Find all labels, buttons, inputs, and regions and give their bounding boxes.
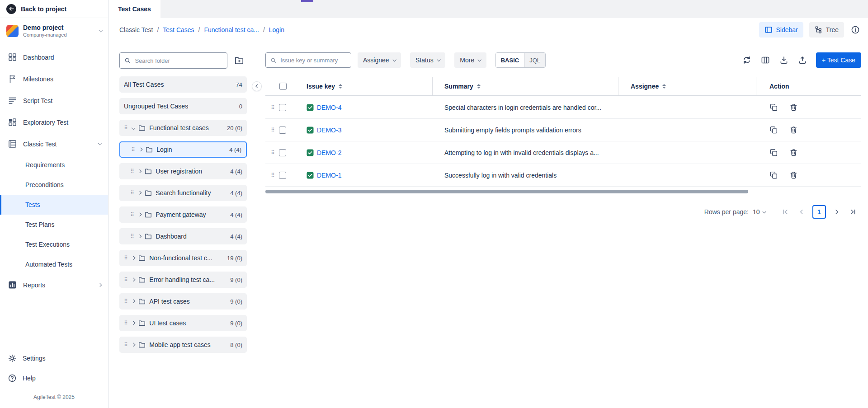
assignee-filter-dropdown[interactable]: Assignee <box>358 52 401 68</box>
sort-icon[interactable] <box>662 84 666 89</box>
refresh-button[interactable] <box>742 55 752 65</box>
folder-search-functionality[interactable]: ⠿ Search functionality 4 (4) <box>119 185 247 201</box>
folder-ungrouped-test-cases[interactable]: Ungrouped Test Cases 0 <box>119 98 247 114</box>
folder-dashboard[interactable]: ⠿ Dashboard 4 (4) <box>119 228 247 244</box>
info-icon[interactable] <box>850 24 861 35</box>
create-test-case-button[interactable]: + Test Case <box>816 52 861 68</box>
prev-page-button[interactable] <box>795 205 808 219</box>
sidebar-item-test-executions[interactable]: Test Executions <box>0 234 108 254</box>
issue-search-input[interactable] <box>279 56 346 64</box>
status-filter-dropdown[interactable]: Status <box>410 52 445 68</box>
sidebar-item-automated-tests[interactable]: Automated Tests <box>0 254 108 274</box>
drag-handle-icon[interactable]: ⠿ <box>124 342 128 347</box>
sidebar-view-button[interactable]: Sidebar <box>759 22 803 38</box>
chevron-right-icon[interactable] <box>132 343 135 347</box>
row-checkbox[interactable] <box>279 104 286 111</box>
folder-non-functional-test-cases[interactable]: ⠿ Non-functional test c... 19 (0) <box>119 250 247 266</box>
folder-functional-test-cases[interactable]: ⠿ Functional test cases 20 (0) <box>119 120 247 136</box>
sidebar-item-dashboard[interactable]: Dashboard <box>0 47 108 68</box>
drag-handle-icon[interactable]: ⠿ <box>130 169 134 174</box>
folder-api-test-cases[interactable]: ⠿ API test cases 9 (0) <box>119 293 247 310</box>
chevron-right-icon[interactable] <box>138 234 142 238</box>
drag-handle-icon[interactable]: ⠿ <box>271 173 275 178</box>
jql-mode-button[interactable]: JQL <box>524 53 545 67</box>
drag-handle-icon[interactable]: ⠿ <box>130 190 134 196</box>
last-page-button[interactable] <box>846 205 860 219</box>
column-header-summary[interactable]: Summary <box>433 77 618 95</box>
chevron-right-icon[interactable] <box>132 321 135 325</box>
delete-button[interactable] <box>788 125 798 135</box>
sidebar-item-script-test[interactable]: Script Test <box>0 90 108 112</box>
sidebar-item-reports[interactable]: Reports <box>0 274 108 296</box>
issue-key-link[interactable]: DEMO-1 <box>317 172 341 179</box>
tree-view-button[interactable]: Tree <box>809 22 844 38</box>
sidebar-item-milestones[interactable]: Milestones <box>0 68 108 90</box>
delete-button[interactable] <box>788 148 798 158</box>
clone-button[interactable] <box>769 170 778 180</box>
sidebar-item-tests[interactable]: Tests <box>0 195 108 215</box>
drag-handle-icon[interactable]: ⠿ <box>271 127 275 133</box>
chevron-right-icon[interactable] <box>139 148 142 151</box>
chevron-right-icon[interactable] <box>138 191 142 195</box>
sidebar-item-classic-test[interactable]: Classic Test <box>0 133 108 155</box>
rows-per-page-select[interactable]: 10 <box>753 208 765 216</box>
breadcrumb-item[interactable]: Test Cases <box>163 26 194 33</box>
issue-key-link[interactable]: DEMO-2 <box>317 149 341 156</box>
drag-handle-icon[interactable]: ⠿ <box>130 234 134 239</box>
drag-handle-icon[interactable]: ⠿ <box>124 277 128 282</box>
first-page-button[interactable] <box>778 205 792 219</box>
sort-icon[interactable] <box>477 84 481 89</box>
columns-button[interactable] <box>760 55 770 65</box>
clone-button[interactable] <box>769 103 778 113</box>
tab-test-cases[interactable]: Test Cases <box>108 0 160 18</box>
sidebar-item-preconditions[interactable]: Preconditions <box>0 175 108 195</box>
folder-ui-test-cases[interactable]: ⠿ UI test cases 9 (0) <box>119 315 247 331</box>
chevron-right-icon[interactable] <box>138 169 142 173</box>
chevron-down-icon[interactable] <box>132 126 135 130</box>
drag-handle-icon[interactable]: ⠿ <box>271 105 275 110</box>
chevron-right-icon[interactable] <box>138 213 142 216</box>
clone-button[interactable] <box>769 125 778 135</box>
row-checkbox[interactable] <box>279 172 286 179</box>
sidebar-item-exploratory-test[interactable]: Exploratory Test <box>0 112 108 133</box>
chevron-right-icon[interactable] <box>132 278 135 281</box>
drag-handle-icon[interactable]: ⠿ <box>124 299 128 304</box>
delete-button[interactable] <box>788 103 798 113</box>
folder-login[interactable]: ⠿ Login 4 (4) <box>119 141 247 158</box>
delete-button[interactable] <box>788 170 798 180</box>
scrollbar-thumb[interactable] <box>265 190 748 193</box>
folder-mobile-app-test-cases[interactable]: ⠿ Mobile app test cases 8 (0) <box>119 337 247 353</box>
row-checkbox[interactable] <box>279 127 286 134</box>
drag-handle-icon[interactable]: ⠿ <box>124 255 128 261</box>
breadcrumb-item[interactable]: Classic Test <box>119 26 153 33</box>
folder-all-test-cases[interactable]: All Test Cases 74 <box>119 76 247 93</box>
chevron-right-icon[interactable] <box>132 256 135 260</box>
select-all-checkbox[interactable] <box>279 83 287 90</box>
export-button[interactable] <box>779 55 789 65</box>
drag-handle-icon[interactable]: ⠿ <box>124 125 128 131</box>
row-checkbox[interactable] <box>279 149 286 156</box>
drag-handle-icon[interactable]: ⠿ <box>130 212 134 217</box>
breadcrumb-item[interactable]: Login <box>269 26 284 33</box>
sort-icon[interactable] <box>339 84 342 89</box>
chevron-right-icon[interactable] <box>132 300 135 303</box>
drag-handle-icon[interactable]: ⠿ <box>131 147 135 152</box>
drag-handle-icon[interactable]: ⠿ <box>271 150 275 155</box>
new-folder-button[interactable] <box>231 53 247 68</box>
folder-error-handling-test-cases[interactable]: ⠿ Error handling test ca... 9 (0) <box>119 272 247 288</box>
issue-key-link[interactable]: DEMO-4 <box>317 104 341 111</box>
issue-key-link[interactable]: DEMO-3 <box>317 127 341 134</box>
import-button[interactable] <box>797 55 807 65</box>
back-to-project-button[interactable]: Back to project <box>0 0 108 18</box>
drag-handle-icon[interactable]: ⠿ <box>124 320 128 326</box>
next-page-button[interactable] <box>830 205 844 219</box>
current-page-button[interactable]: 1 <box>812 205 826 219</box>
folder-user-registration[interactable]: ⠿ User registration 4 (4) <box>119 163 247 179</box>
clone-button[interactable] <box>769 148 778 158</box>
sidebar-item-help[interactable]: Help <box>0 368 108 388</box>
folder-payment-gateway[interactable]: ⠿ Payment gateway 4 (4) <box>119 206 247 223</box>
more-filter-dropdown[interactable]: More <box>454 52 486 68</box>
column-header-issue-key[interactable]: Issue key <box>305 77 433 95</box>
sidebar-item-settings[interactable]: Settings <box>0 348 108 368</box>
column-header-assignee[interactable]: Assignee <box>618 77 756 95</box>
